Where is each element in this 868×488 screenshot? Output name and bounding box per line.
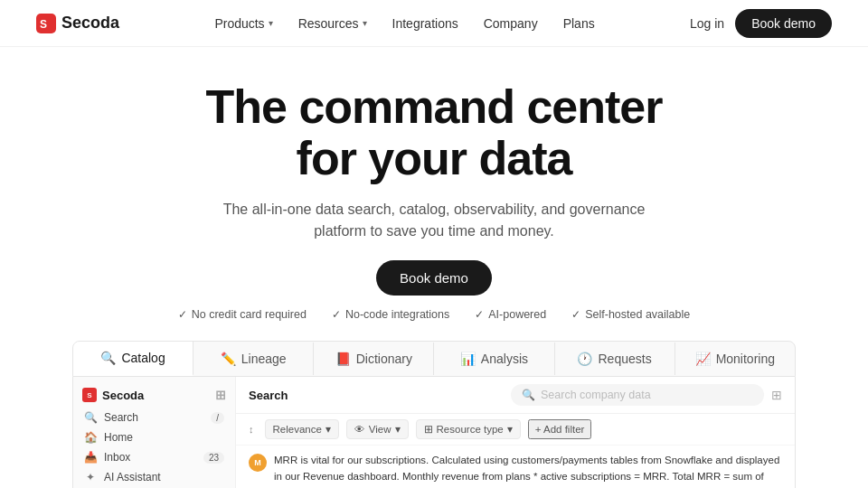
logo[interactable]: S Secoda (36, 14, 119, 33)
nav-links: Products ▾ Resources ▾ Integrations Comp… (214, 16, 594, 31)
nav-company[interactable]: Company (484, 16, 538, 31)
chevron-down-icon: ▾ (326, 423, 331, 436)
add-filter-button[interactable]: + Add filter (528, 419, 592, 439)
main-search-bar[interactable]: 🔍 Search company data (511, 384, 764, 406)
chevron-down-icon: ▾ (269, 18, 273, 28)
filter-relevance[interactable]: Relevance ▾ (265, 419, 339, 439)
tab-monitoring[interactable]: 📈 Monitoring (675, 343, 795, 375)
nav-integrations[interactable]: Integrations (392, 16, 458, 31)
dictionary-icon: 📕 (335, 352, 351, 366)
sort-icon: ↕ (249, 424, 254, 435)
catalog-icon: 🔍 (100, 351, 116, 365)
check-icon: ✓ (475, 308, 484, 321)
expand-icon[interactable]: ⊞ (215, 388, 226, 402)
sidebar-home[interactable]: 🏠 Home (73, 427, 235, 447)
monitoring-icon: 📈 (695, 352, 711, 366)
brand-icon: S (82, 388, 97, 402)
tab-requests[interactable]: 🕐 Requests (555, 343, 675, 375)
logo-icon: S (36, 14, 56, 33)
tab-analysis[interactable]: 📊 Analysis (434, 343, 554, 375)
trust-badge-1: ✓ No-code integrations (332, 308, 449, 321)
hero-subtext: The all-in-one data search, catalog, obs… (18, 199, 850, 242)
sidebar-inbox[interactable]: 📥 Inbox 23 (73, 447, 235, 467)
requests-icon: 🕐 (577, 352, 592, 366)
navbar: S Secoda Products ▾ Resources ▾ Integrat… (0, 0, 868, 47)
home-icon: 🏠 (84, 431, 97, 444)
sidebar-brand-left: S Secoda (82, 388, 144, 402)
check-icon: ✓ (178, 308, 187, 321)
filter-resource-type[interactable]: ⊞ Resource type ▾ (416, 419, 521, 439)
trust-badge-2: ✓ AI-powered (475, 308, 546, 321)
demo-topbar: Search 🔍 Search company data ⊞ (236, 377, 795, 414)
tab-lineage[interactable]: ✏️ Lineage (193, 343, 314, 375)
login-button[interactable]: Log in (690, 16, 724, 31)
demo-sidebar: S Secoda ⊞ 🔍 Search / 🏠 Home 📥 Inbox 23 … (73, 377, 236, 488)
trust-badge-3: ✓ Self-hosted available (571, 308, 690, 321)
svg-text:S: S (40, 18, 47, 31)
product-section: 🔍 Catalog ✏️ Lineage 📕 Dictionary 📊 Anal… (72, 341, 796, 488)
demo-panel: S Secoda ⊞ 🔍 Search / 🏠 Home 📥 Inbox 23 … (72, 377, 796, 488)
filter-view[interactable]: 👁 View ▾ (346, 419, 409, 439)
chevron-down-icon: ▾ (395, 423, 401, 436)
book-demo-nav-button[interactable]: Book demo (735, 9, 832, 38)
tab-catalog[interactable]: 🔍 Catalog (73, 342, 193, 376)
demo-main: Search 🔍 Search company data ⊞ ↕ Relevan… (236, 377, 795, 488)
chevron-down-icon: ▾ (507, 423, 513, 436)
nav-resources[interactable]: Resources ▾ (298, 16, 367, 31)
nav-plans[interactable]: Plans (563, 16, 595, 31)
check-icon: ✓ (571, 308, 580, 321)
inbox-icon: 📥 (84, 451, 97, 464)
check-icon: ✓ (332, 308, 341, 321)
filter-row: ↕ Relevance ▾ 👁 View ▾ ⊞ Resource type ▾… (236, 414, 795, 446)
trust-badge-0: ✓ No credit card required (178, 308, 307, 321)
logo-text: Secoda (61, 14, 119, 33)
grid-icon[interactable]: ⊞ (771, 388, 782, 402)
sidebar-ai-assistant[interactable]: ✦ AI Assistant (73, 467, 235, 487)
hero-section: The command center for your data The all… (0, 47, 868, 341)
eye-icon: 👁 (354, 424, 365, 435)
ai-answer-header: M MRR is vital for our subscriptions. Ca… (249, 453, 782, 488)
search-icon: 🔍 (522, 389, 535, 401)
chevron-down-icon: ▾ (363, 18, 367, 28)
lineage-icon: ✏️ (221, 352, 236, 366)
grid-icon: ⊞ (424, 423, 433, 436)
tab-dictionary[interactable]: 📕 Dictionary (314, 343, 434, 375)
ai-avatar: M (249, 454, 267, 472)
nav-actions: Log in Book demo (690, 9, 832, 38)
ai-answer-text: MRR is vital for our subscriptions. Calc… (274, 453, 782, 488)
ai-icon: ✦ (84, 471, 97, 483)
sidebar-search[interactable]: 🔍 Search / (73, 408, 235, 427)
sidebar-brand: S Secoda ⊞ (73, 384, 235, 408)
topbar-search-label: Search (249, 389, 288, 402)
ai-answer-block: M MRR is vital for our subscriptions. Ca… (236, 446, 795, 488)
nav-products[interactable]: Products ▾ (214, 16, 272, 31)
analysis-icon: 📊 (460, 352, 476, 366)
trust-badges: ✓ No credit card required ✓ No-code inte… (18, 308, 850, 321)
hero-headline: The command center for your data (18, 81, 850, 184)
hero-cta-button[interactable]: Book demo (376, 260, 492, 296)
search-icon: 🔍 (84, 411, 97, 424)
tabs-row: 🔍 Catalog ✏️ Lineage 📕 Dictionary 📊 Anal… (72, 341, 796, 377)
search-placeholder: Search company data (541, 389, 651, 401)
